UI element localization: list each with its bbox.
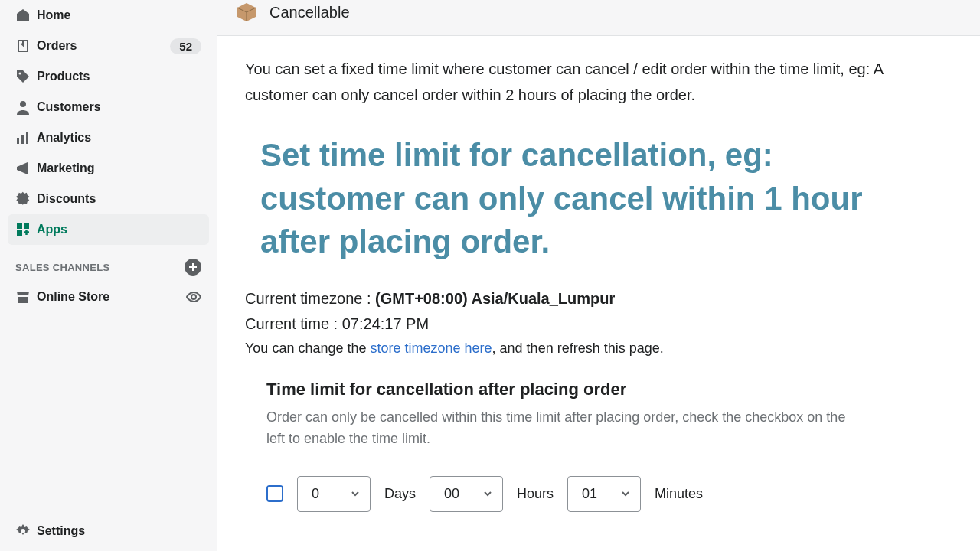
package-icon — [234, 0, 259, 24]
intro-text: You can set a fixed time limit where cus… — [245, 56, 934, 108]
current-time-line: Current time : 07:24:17 PM — [245, 315, 952, 333]
view-store-button[interactable] — [186, 289, 201, 305]
sidebar-item-label: Apps — [37, 223, 201, 236]
card-title: Time limit for cancellation after placin… — [266, 380, 864, 399]
sidebar-item-label: Home — [37, 8, 201, 22]
person-icon — [15, 99, 37, 115]
discount-icon — [15, 191, 37, 207]
section-title: SALES CHANNELS — [15, 262, 109, 273]
megaphone-icon — [15, 161, 37, 176]
sidebar-item-analytics[interactable]: Analytics — [8, 122, 209, 153]
sidebar-item-orders[interactable]: Orders 52 — [8, 31, 209, 61]
analytics-icon — [15, 130, 37, 145]
home-icon — [15, 8, 37, 23]
chevron-down-icon — [620, 488, 631, 499]
svg-point-0 — [19, 73, 21, 75]
sidebar-item-settings[interactable]: Settings — [8, 516, 209, 546]
sidebar-item-label: Analytics — [37, 131, 201, 145]
timezone-value: (GMT+08:00) Asia/Kuala_Lumpur — [375, 290, 615, 307]
svg-rect-5 — [17, 223, 22, 229]
minutes-value: 01 — [582, 486, 597, 502]
timezone-hint: You can change the store timezone here, … — [245, 341, 952, 357]
svg-rect-7 — [17, 230, 22, 236]
sidebar-item-label: Marketing — [37, 161, 201, 175]
time-limit-row: 0 Days 00 Hours 01 Minutes — [266, 476, 864, 512]
sidebar-item-products[interactable]: Products — [8, 61, 209, 92]
gear-icon — [15, 523, 37, 539]
svg-rect-4 — [26, 132, 28, 144]
app-title: Cancellable — [270, 4, 350, 21]
days-value: 0 — [312, 486, 319, 502]
hours-label: Hours — [517, 486, 554, 502]
svg-rect-3 — [21, 135, 24, 144]
sidebar-item-customers[interactable]: Customers — [8, 92, 209, 122]
time-label: Current time : — [245, 315, 342, 332]
sidebar-item-online-store[interactable]: Online Store — [8, 282, 209, 312]
sidebar-item-label: Online Store — [37, 290, 186, 304]
svg-rect-2 — [17, 138, 19, 144]
sidebar-item-label: Customers — [37, 100, 201, 114]
days-select[interactable]: 0 — [297, 476, 371, 512]
orders-icon — [15, 38, 37, 54]
hours-select[interactable]: 00 — [430, 476, 503, 512]
timezone-label: Current timezone : — [245, 290, 375, 307]
minutes-select[interactable]: 01 — [567, 476, 641, 512]
time-value: 07:24:17 PM — [342, 315, 429, 332]
store-icon — [15, 289, 37, 305]
tag-icon — [15, 69, 37, 84]
sidebar-item-discounts[interactable]: Discounts — [8, 184, 209, 214]
sidebar-item-apps[interactable]: Apps — [8, 214, 209, 245]
minutes-label: Minutes — [655, 486, 703, 502]
sidebar: Home Orders 52 Products Customers Analyt… — [0, 0, 217, 551]
orders-badge: 52 — [170, 38, 201, 54]
app-header: Cancellable — [217, 0, 980, 36]
hours-value: 00 — [444, 486, 459, 502]
svg-point-1 — [20, 101, 26, 107]
svg-point-9 — [21, 529, 25, 533]
sales-channels-header: SALES CHANNELS — [8, 245, 209, 282]
sidebar-item-label: Orders — [37, 39, 170, 53]
enable-time-limit-checkbox[interactable] — [266, 485, 283, 502]
sidebar-item-label: Settings — [37, 524, 201, 538]
apps-icon — [15, 222, 37, 237]
time-limit-card: Time limit for cancellation after placin… — [266, 380, 864, 512]
svg-point-8 — [191, 295, 196, 299]
days-label: Days — [384, 486, 416, 502]
add-channel-button[interactable] — [185, 259, 201, 276]
sidebar-item-label: Discounts — [37, 192, 201, 206]
timezone-line: Current timezone : (GMT+08:00) Asia/Kual… — [245, 290, 952, 308]
sidebar-item-home[interactable]: Home — [8, 0, 209, 31]
chevron-down-icon — [350, 488, 361, 499]
chevron-down-icon — [482, 488, 493, 499]
sidebar-item-marketing[interactable]: Marketing — [8, 153, 209, 184]
hero-heading: Set time limit for cancellation, eg: cus… — [260, 134, 888, 264]
main-content: Cancellable You can set a fixed time lim… — [217, 0, 980, 551]
sidebar-item-label: Products — [37, 70, 201, 83]
store-timezone-link[interactable]: store timezone here — [370, 341, 492, 356]
svg-rect-6 — [24, 223, 29, 229]
card-description: Order can only be cancelled within this … — [266, 407, 864, 450]
